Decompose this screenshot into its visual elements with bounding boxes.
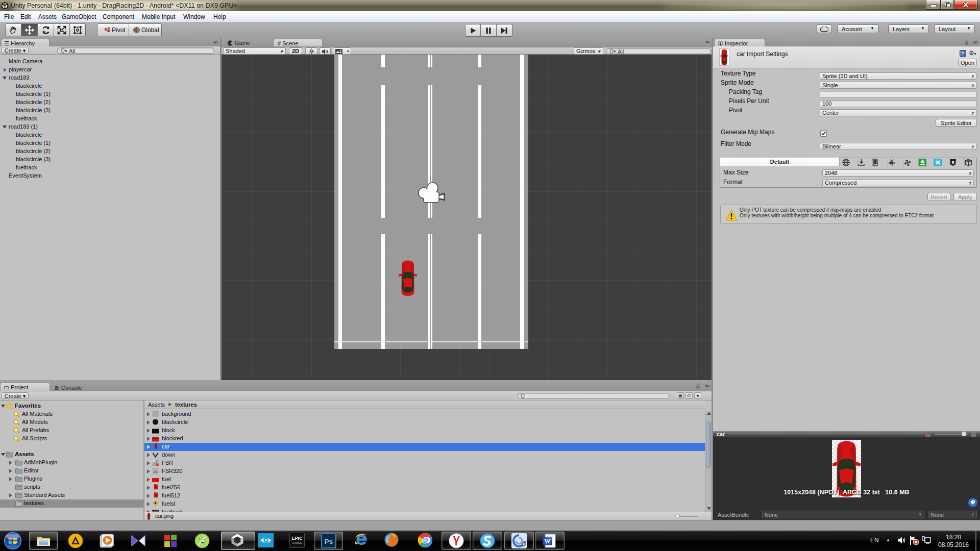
svg-text:W: W	[545, 538, 551, 545]
svg-text:EPIC: EPIC	[291, 536, 303, 541]
svg-text:5: 5	[952, 160, 954, 165]
svg-text:Ps: Ps	[325, 538, 333, 545]
svg-text:GAMES: GAMES	[292, 541, 302, 544]
